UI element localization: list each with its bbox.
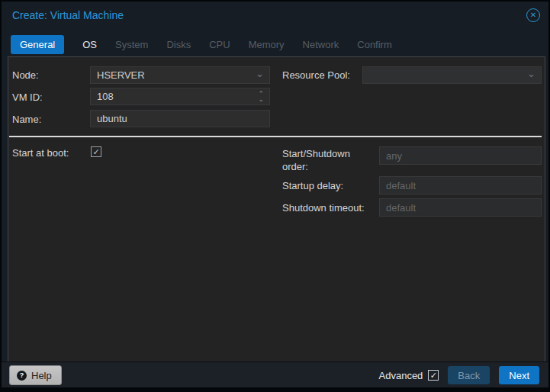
footer-actions: Advanced ✓ Back Next <box>379 365 539 385</box>
close-x-glyph: ✕ <box>530 11 536 19</box>
start-at-boot-label: Start at boot: <box>12 147 69 159</box>
shutdown-timeout-field[interactable] <box>379 198 542 217</box>
help-button[interactable]: ? Help <box>9 365 62 385</box>
name-input[interactable] <box>91 113 269 124</box>
node-combobox[interactable]: ⌄ <box>90 66 270 84</box>
check-icon: ✓ <box>430 371 437 380</box>
tab-general[interactable]: General <box>11 35 64 54</box>
startup-delay-label: Startup delay: <box>282 180 343 191</box>
close-icon[interactable]: ✕ <box>526 8 540 22</box>
screenshot-root: Create: Virtual Machine ✕ General OS Sys… <box>0 0 550 392</box>
chevron-down-icon[interactable]: ⌄ <box>256 69 269 82</box>
tab-system: System <box>115 35 148 54</box>
check-icon: ✓ <box>92 148 99 156</box>
node-input[interactable] <box>91 69 256 81</box>
tab-disks: Disks <box>166 35 191 54</box>
help-button-label: Help <box>31 370 52 381</box>
create-vm-dialog: Create: Virtual Machine ✕ General OS Sys… <box>2 2 548 387</box>
tab-os[interactable]: OS <box>82 35 97 54</box>
name-field[interactable] <box>90 110 270 127</box>
tab-confirm: Confirm <box>357 35 392 54</box>
resource-pool-label: Resource Pool: <box>282 69 350 81</box>
vm-id-input[interactable] <box>91 91 258 102</box>
startup-delay-field[interactable] <box>379 176 542 194</box>
dialog-title: Create: Virtual Machine <box>12 9 124 21</box>
footer-bar: ? Help Advanced ✓ Back Next <box>2 361 548 387</box>
name-label: Name: <box>12 114 41 125</box>
advanced-label: Advanced <box>379 370 423 381</box>
advanced-toggle[interactable]: Advanced ✓ <box>379 370 439 381</box>
chevron-down-icon[interactable]: ⌄ <box>527 69 541 82</box>
spinner-arrows-icon[interactable]: ⌃ ⌄ <box>258 92 269 102</box>
shutdown-timeout-label: Shutdown timeout: <box>282 202 365 214</box>
resource-pool-combobox[interactable]: ⌄ <box>362 66 542 84</box>
advanced-checkbox[interactable]: ✓ <box>428 370 439 381</box>
tab-bar: General OS System Disks CPU Memory Netwo… <box>11 34 392 54</box>
startup-delay-input[interactable] <box>380 180 541 191</box>
start-shutdown-order-input[interactable] <box>380 150 541 162</box>
node-label: Node: <box>12 69 39 81</box>
start-shutdown-order-field[interactable] <box>379 146 542 165</box>
vm-id-label: VM ID: <box>12 92 43 103</box>
start-shutdown-order-label: Start/Shutdown order: <box>282 147 368 173</box>
advanced-section-divider <box>9 136 542 137</box>
tab-network: Network <box>303 35 339 54</box>
tab-cpu: CPU <box>209 35 230 54</box>
spinner-down-icon[interactable]: ⌄ <box>258 97 264 102</box>
tab-memory: Memory <box>249 35 285 54</box>
resource-pool-input[interactable] <box>363 69 527 81</box>
vm-id-spinner-field[interactable]: ⌃ ⌄ <box>90 88 270 105</box>
back-button[interactable]: Back <box>448 366 490 384</box>
question-mark-icon: ? <box>17 371 27 381</box>
start-at-boot-checkbox[interactable]: ✓ <box>91 146 101 157</box>
shutdown-timeout-input[interactable] <box>380 202 541 214</box>
next-button[interactable]: Next <box>499 366 539 384</box>
